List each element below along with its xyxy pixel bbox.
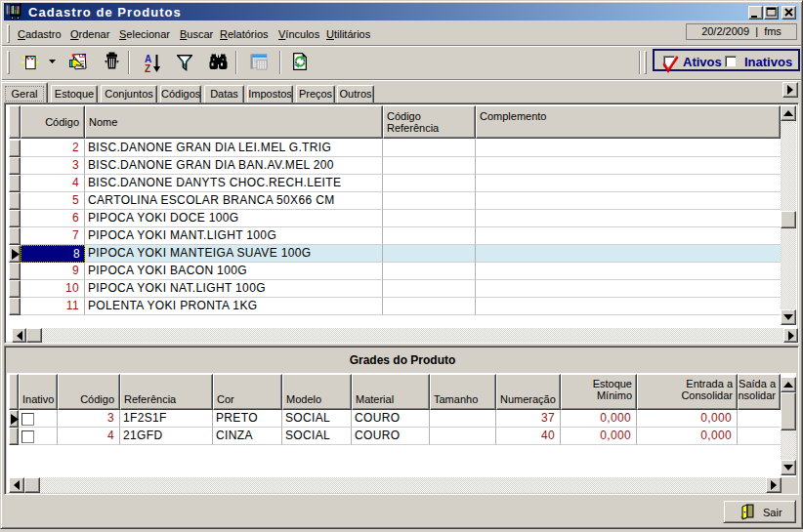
svg-text:Z: Z <box>145 63 150 72</box>
